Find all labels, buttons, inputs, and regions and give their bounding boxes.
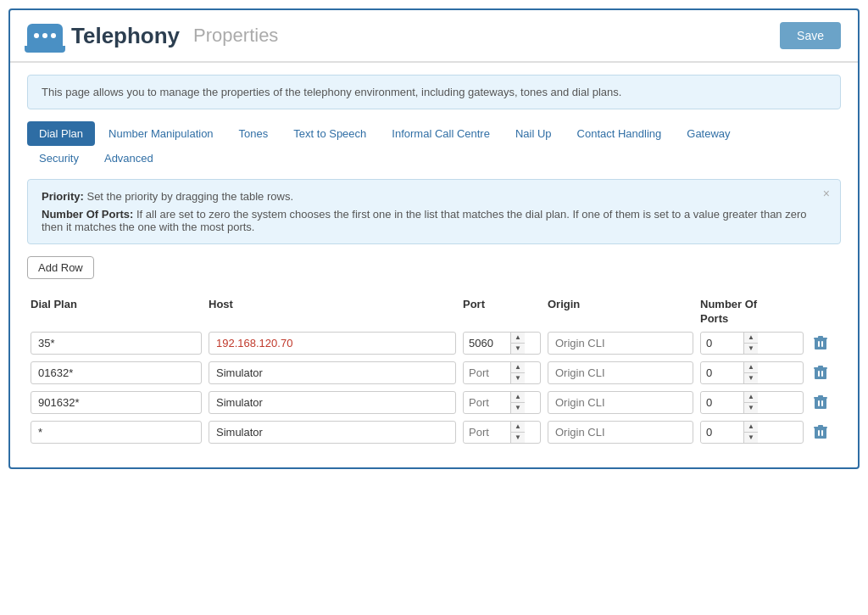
ports-text: Number Of Ports: If all are set to zero … (42, 208, 826, 233)
svg-rect-5 (815, 368, 826, 379)
port-spinner-3: ▲ ▼ (463, 391, 541, 414)
col-header-num-ports: Number OfPorts (697, 298, 807, 327)
numports-value-3[interactable] (701, 392, 743, 413)
svg-rect-8 (818, 371, 820, 377)
port-spinner-buttons-2: ▲ ▼ (510, 362, 525, 383)
port-spinner-1: ▲ ▼ (463, 332, 541, 355)
svg-rect-4 (821, 341, 823, 347)
cell-numports-2: ▲ ▼ (697, 361, 807, 384)
numports-spinner-buttons-3: ▲ ▼ (743, 392, 758, 413)
delete-row-4[interactable] (810, 421, 831, 443)
svg-rect-10 (815, 398, 826, 409)
numports-up-4[interactable]: ▲ (744, 422, 758, 433)
input-dial-plan-2[interactable] (31, 361, 202, 384)
port-down-2[interactable]: ▼ (511, 373, 525, 383)
numports-spinner-buttons-4: ▲ ▼ (743, 422, 758, 443)
cell-host-2 (205, 361, 459, 384)
tabs-row2: Security Advanced (10, 146, 858, 179)
port-up-3[interactable]: ▲ (511, 392, 525, 403)
tabs-row1: Dial Plan Number Manipulation Tones Text… (10, 121, 858, 146)
save-button[interactable]: Save (780, 22, 841, 49)
numports-spinner-1: ▲ ▼ (700, 332, 804, 355)
input-dial-plan-3[interactable] (31, 391, 202, 414)
tab-security[interactable]: Security (27, 146, 91, 171)
numports-up-3[interactable]: ▲ (744, 392, 758, 403)
port-spinner-buttons-1: ▲ ▼ (510, 333, 525, 354)
ports-description: If all are set to zero the system choose… (42, 208, 807, 233)
numports-down-1[interactable]: ▼ (744, 344, 758, 354)
svg-rect-9 (821, 371, 823, 377)
input-host-4[interactable] (209, 421, 456, 444)
table-row: ▲ ▼ ▲ ▼ (27, 361, 841, 384)
cell-port-2: ▲ ▼ (459, 361, 544, 384)
input-host-2[interactable] (209, 361, 456, 384)
input-origin-1[interactable] (548, 332, 693, 355)
tab-tones[interactable]: Tones (227, 121, 281, 146)
input-dial-plan-4[interactable] (31, 421, 202, 444)
delete-row-2[interactable] (810, 361, 831, 383)
input-host-3[interactable] (209, 391, 456, 414)
table-row: ▲ ▼ ▲ ▼ (27, 332, 841, 355)
tab-advanced[interactable]: Advanced (92, 146, 165, 171)
add-row-button[interactable]: Add Row (27, 256, 94, 279)
numports-spinner-buttons-1: ▲ ▼ (743, 333, 758, 354)
port-value-2[interactable] (464, 362, 510, 383)
close-icon[interactable]: × (823, 187, 830, 200)
priority-text: Priority: Set the priority by dragging t… (42, 190, 826, 203)
cell-dial-plan-1 (27, 332, 205, 355)
cell-port-4: ▲ ▼ (459, 421, 544, 444)
cell-dial-plan-4 (27, 421, 205, 444)
svg-rect-13 (818, 400, 820, 406)
cell-dial-plan-2 (27, 361, 205, 384)
cell-delete-2 (807, 361, 841, 383)
numports-down-4[interactable]: ▼ (744, 433, 758, 443)
delete-row-1[interactable] (810, 332, 831, 354)
port-down-3[interactable]: ▼ (511, 403, 525, 413)
svg-rect-18 (818, 430, 820, 436)
tab-number-manipulation[interactable]: Number Manipulation (97, 121, 225, 146)
page-subtitle: Properties (193, 25, 278, 47)
port-up-2[interactable]: ▲ (511, 362, 525, 373)
cell-host-3 (205, 391, 459, 414)
tab-informal-call-centre[interactable]: Informal Call Centre (380, 121, 502, 146)
port-down-1[interactable]: ▼ (511, 344, 525, 354)
port-value-3[interactable] (464, 392, 510, 413)
numports-value-1[interactable] (701, 333, 743, 354)
tab-gateway[interactable]: Gateway (675, 121, 742, 146)
numports-spinner-3: ▲ ▼ (700, 391, 804, 414)
numports-up-2[interactable]: ▲ (744, 362, 758, 373)
table-row: ▲ ▼ ▲ ▼ (27, 391, 841, 414)
delete-row-3[interactable] (810, 391, 831, 413)
tab-nail-up[interactable]: Nail Up (504, 121, 564, 146)
numports-spinner-4: ▲ ▼ (700, 421, 804, 444)
table-header: Dial Plan Host Port Origin Number OfPort… (27, 293, 841, 332)
port-up-1[interactable]: ▲ (511, 333, 525, 344)
input-origin-3[interactable] (548, 391, 693, 414)
trash-icon (814, 335, 827, 350)
input-origin-4[interactable] (548, 421, 693, 444)
numports-down-2[interactable]: ▼ (744, 373, 758, 383)
numports-value-4[interactable] (701, 422, 743, 443)
tab-contact-handling[interactable]: Contact Handling (565, 121, 674, 146)
svg-rect-15 (815, 428, 826, 439)
numports-down-3[interactable]: ▼ (744, 403, 758, 413)
tab-text-to-speech[interactable]: Text to Speech (281, 121, 378, 146)
cell-dial-plan-3 (27, 391, 205, 414)
input-origin-2[interactable] (548, 361, 693, 384)
input-host-1[interactable] (209, 332, 456, 355)
tab-dial-plan[interactable]: Dial Plan (27, 121, 95, 146)
numports-up-1[interactable]: ▲ (744, 333, 758, 344)
port-value-4[interactable] (464, 422, 510, 443)
svg-rect-2 (814, 338, 827, 339)
content-area: × Priority: Set the priority by dragging… (10, 179, 858, 467)
input-dial-plan-1[interactable] (31, 332, 202, 355)
port-value-1[interactable] (464, 333, 510, 354)
svg-rect-14 (821, 400, 823, 406)
cell-host-1 (205, 332, 459, 355)
trash-icon (814, 394, 827, 410)
port-up-4[interactable]: ▲ (511, 422, 525, 433)
numports-value-2[interactable] (701, 362, 743, 383)
port-spinner-2: ▲ ▼ (463, 361, 541, 384)
svg-rect-17 (814, 427, 827, 428)
port-down-4[interactable]: ▼ (511, 433, 525, 443)
